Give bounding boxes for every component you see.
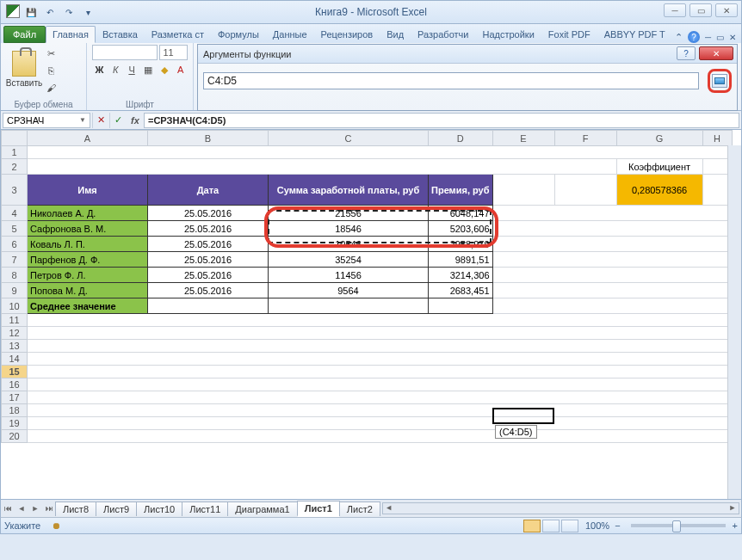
row-header[interactable]: 10 [2,298,28,314]
table-cell[interactable]: 10546 [269,237,429,252]
row-header[interactable]: 2 [2,159,28,175]
tab-pagelayout[interactable]: Разметка ст [145,26,211,43]
row-header[interactable]: 16 [2,378,28,391]
cut-icon[interactable]: ✂ [42,46,59,61]
table-cell[interactable]: 3214,306 [429,268,493,283]
tab-addins[interactable]: Надстройки [475,26,541,43]
workbook-close-icon[interactable]: ✕ [729,33,736,42]
table-cell[interactable]: 9891,51 [429,252,493,268]
bold-button[interactable]: Ж [92,62,107,77]
table-cell[interactable]: 2958,979 [429,237,493,252]
table-cell[interactable]: 35254 [269,252,429,268]
table-cell[interactable]: 25.05.2016 [148,206,269,221]
qat-dropdown-icon[interactable]: ▾ [80,4,96,20]
workbook-restore-icon[interactable]: ▭ [716,33,724,42]
table-cell[interactable]: Сафронова В. М. [28,221,148,237]
dialog-close-button[interactable]: ✕ [699,46,733,60]
table-cell[interactable]: 9564 [269,283,429,298]
maximize-button[interactable]: ▭ [689,3,712,17]
table-cell[interactable]: 25.05.2016 [148,237,269,252]
row-header[interactable]: 4 [2,206,28,221]
close-button[interactable]: ✕ [715,3,738,17]
sheet-tab[interactable]: Диаграмма1 [227,502,297,516]
spreadsheet-grid[interactable]: A B C D E F G H 1 2Коэффициент 3 Имя Дат… [0,130,742,500]
row-header[interactable]: 12 [2,327,28,340]
tab-file[interactable]: Файл [3,26,46,43]
table-cell[interactable] [148,298,269,314]
paste-button[interactable]: Вставить [6,45,42,93]
italic-button[interactable]: К [108,62,123,77]
dialog-help-button[interactable]: ? [677,46,696,60]
qat-save-icon[interactable]: 💾 [23,4,39,20]
row-header[interactable]: 6 [2,237,28,252]
header-salary[interactable]: Сумма заработной платы, руб [269,175,429,206]
qat-undo-icon[interactable]: ↶ [42,4,58,20]
row-header[interactable]: 20 [2,430,28,443]
select-all-corner[interactable] [2,131,28,146]
col-header[interactable]: C [269,131,429,146]
tab-insert[interactable]: Вставка [96,26,145,43]
tab-review[interactable]: Рецензиров [314,26,380,43]
col-header[interactable]: H [702,131,732,146]
row-header[interactable]: 9 [2,283,28,298]
row-header[interactable]: 8 [2,268,28,283]
name-box-dropdown-icon[interactable]: ▼ [79,116,86,124]
col-header[interactable]: A [28,131,148,146]
row-header[interactable]: 3 [2,175,28,206]
sheet-tab[interactable]: Лист9 [96,502,137,516]
table-cell[interactable]: Николаев А. Д. [28,206,148,221]
tab-data[interactable]: Данные [266,26,314,43]
formula-input[interactable]: =СРЗНАЧ(C4:D5) [144,113,739,128]
collapse-dialog-button[interactable] [712,74,727,88]
sheet-nav-last[interactable]: ⏭ [42,502,56,515]
minimize-button[interactable]: ─ [664,3,686,17]
sheet-nav-next[interactable]: ► [28,502,42,515]
copy-icon[interactable]: ⎘ [42,63,59,78]
ribbon-minimize-icon[interactable]: ⌃ [675,32,683,43]
sheet-nav-first[interactable]: ⏮ [1,502,15,515]
font-color-button[interactable]: A [173,62,188,77]
table-cell[interactable]: Попова М. Д. [28,283,148,298]
header-name[interactable]: Имя [28,175,148,206]
coef-value-cell[interactable]: 0,280578366 [616,175,702,206]
header-bonus[interactable]: Премия, руб [429,175,493,206]
view-pagelayout-button[interactable] [542,520,560,532]
table-cell[interactable]: 25.05.2016 [148,221,269,237]
vertical-scrollbar[interactable] [727,145,741,499]
formula-cancel-button[interactable]: ✕ [92,113,109,128]
col-header[interactable]: F [554,131,616,146]
tab-formulas[interactable]: Формулы [211,26,266,43]
fill-color-button[interactable]: ◆ [157,62,171,77]
header-date[interactable]: Дата [148,175,269,206]
tab-home[interactable]: Главная [46,26,96,43]
col-header[interactable]: E [492,131,554,146]
sheet-tab-active[interactable]: Лист1 [297,501,340,517]
fx-icon[interactable]: fx [127,115,144,126]
font-size-combo[interactable]: 11 [159,45,188,60]
row-header[interactable]: 13 [2,340,28,353]
sheet-tab[interactable]: Лист8 [55,502,96,516]
coef-label-cell[interactable]: Коэффициент [616,159,702,175]
help-icon[interactable]: ? [688,31,700,43]
avg-label-cell[interactable]: Среднее значение [28,298,148,314]
table-cell[interactable]: 25.05.2016 [148,283,269,298]
name-box[interactable]: СРЗНАЧ ▼ [3,113,90,128]
table-cell[interactable] [429,298,493,314]
view-pagebreak-button[interactable] [561,520,578,532]
table-cell[interactable]: 25.05.2016 [148,268,269,283]
zoom-out-button[interactable]: − [615,520,620,531]
row-header[interactable]: 17 [2,391,28,404]
row-header-active[interactable]: 15 [2,366,28,378]
row-header[interactable]: 19 [2,417,28,430]
zoom-slider[interactable] [631,524,726,527]
row-header[interactable]: 18 [2,404,28,417]
tab-abbyy[interactable]: ABBYY PDF T [597,26,672,43]
col-header[interactable]: B [148,131,269,146]
tab-view[interactable]: Вид [380,26,411,43]
table-cell[interactable]: 6048,147 [429,206,493,221]
table-cell[interactable]: Парфенов Д. Ф. [28,252,148,268]
border-button[interactable]: ▦ [140,62,155,77]
tab-foxit[interactable]: Foxit PDF [541,26,597,43]
table-cell[interactable]: 11456 [269,268,429,283]
tab-developer[interactable]: Разработчи [411,26,475,43]
